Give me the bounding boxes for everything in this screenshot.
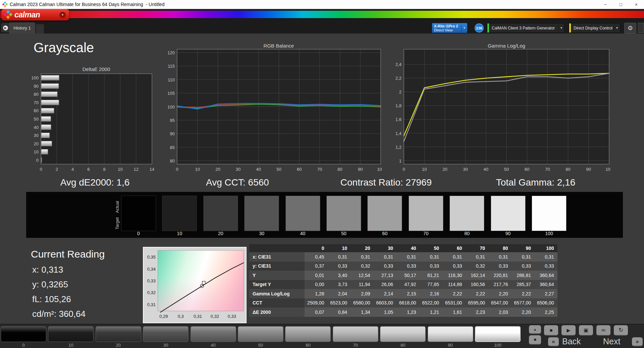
pattern-level-label-0: 0 xyxy=(1,343,46,348)
svg-text:8: 8 xyxy=(103,167,106,172)
pattern-generator-label: CalMAN Client 3 Pattern Generator xyxy=(489,26,558,30)
capture-button[interactable]: ▣ xyxy=(579,325,593,336)
side-panel-toggle[interactable] xyxy=(638,23,644,33)
svg-text:90: 90 xyxy=(34,84,39,89)
deltae-svg: 024681012141009080706050403020100 xyxy=(30,71,154,172)
chevrons-left-icon: « xyxy=(552,339,555,345)
table-header-row: 0102030405060708090100 xyxy=(249,244,557,252)
swatch-level-label-10: 10 xyxy=(162,231,197,236)
svg-text:50: 50 xyxy=(276,167,281,172)
svg-text:80: 80 xyxy=(170,158,175,163)
grayscale-swatch-strip: Actual Target 0102030405060708090100 xyxy=(26,192,623,238)
svg-text:0,3: 0,3 xyxy=(178,314,184,319)
continuous-measure-button[interactable]: ∞ xyxy=(596,325,610,336)
pattern-button-50[interactable] xyxy=(238,326,283,342)
svg-text:50: 50 xyxy=(34,117,39,122)
chevron-down-icon: ▼ xyxy=(616,26,619,29)
next-button[interactable]: Next xyxy=(603,337,620,346)
table-cell: 360,64 xyxy=(534,271,557,280)
settings-button[interactable]: ⚙ xyxy=(624,23,636,33)
target-row-label: Target xyxy=(115,210,120,237)
swatch-level-label-80: 80 xyxy=(449,231,484,236)
pattern-button-30[interactable] xyxy=(143,326,189,342)
panel-up-button[interactable]: ▲ xyxy=(529,325,541,334)
reading-x: x: 0,313 xyxy=(32,265,63,275)
svg-text:40: 40 xyxy=(484,167,488,172)
grayscale-swatch-30 xyxy=(244,196,279,231)
table-cell: 116,30 xyxy=(442,271,466,280)
grayscale-swatch-20 xyxy=(203,196,238,231)
meter-dropdown[interactable]: ▼ xyxy=(461,23,467,33)
table-cell: 0,31 xyxy=(442,252,466,262)
svg-text:0: 0 xyxy=(402,167,405,172)
tab-stub[interactable] xyxy=(36,24,44,33)
pattern-generator-dropdown[interactable]: ▼ xyxy=(558,23,564,32)
back-chevron-button[interactable]: « xyxy=(548,337,559,346)
svg-text:70: 70 xyxy=(34,100,39,105)
svg-text:0,33: 0,33 xyxy=(228,314,236,319)
svg-text:10: 10 xyxy=(195,167,200,172)
grayscale-swatch-80 xyxy=(449,196,484,231)
close-button[interactable]: × xyxy=(629,0,644,9)
play-button[interactable]: ▶ xyxy=(561,325,576,336)
workflow-expander-button[interactable]: ▶ xyxy=(1,23,9,32)
table-cell: 6523,00 xyxy=(328,298,351,308)
meter-name: X-Rite i1Pro 2 xyxy=(434,24,461,28)
minimize-button[interactable]: − xyxy=(598,0,613,9)
svg-text:0: 0 xyxy=(176,167,178,172)
pattern-button-0[interactable] xyxy=(1,326,46,342)
meter-device-button[interactable]: X-Rite i1Pro 2 Direct View ▼ xyxy=(432,23,467,33)
pattern-button-80[interactable] xyxy=(380,326,426,342)
expand-arrow-icon: ▶ xyxy=(3,25,8,30)
table-cell: 6522,00 xyxy=(420,298,443,308)
pattern-window-button[interactable]: ■ xyxy=(529,335,541,345)
svg-text:100: 100 xyxy=(31,75,39,80)
svg-text:14: 14 xyxy=(150,167,154,172)
table-cell: 12,54 xyxy=(351,271,374,280)
table-cell: 3,40 xyxy=(328,271,351,280)
meter-mode: Direct View xyxy=(434,28,461,32)
stop-button[interactable]: ■ xyxy=(544,325,558,336)
gear-icon: ⚙ xyxy=(628,24,633,32)
table-cell: 0,32 xyxy=(351,262,374,271)
svg-text:0,34: 0,34 xyxy=(147,267,156,272)
pattern-button-60[interactable] xyxy=(285,326,331,342)
table-cell: 0,31 xyxy=(534,252,557,262)
table-cell: 0,33 xyxy=(374,262,397,271)
table-cell: 2,25 xyxy=(534,307,557,317)
tab-history-1[interactable]: History 1 xyxy=(9,22,35,33)
table-cell: 0,31 xyxy=(374,252,397,262)
reading-cdm2: cd/m²: 360,64 xyxy=(32,309,86,319)
pattern-button-40[interactable] xyxy=(191,326,236,342)
refresh-button[interactable]: ↻ xyxy=(614,325,628,336)
pattern-level-label-90: 90 xyxy=(428,343,473,348)
table-cell: 217,76 xyxy=(488,280,512,289)
svg-text:0: 0 xyxy=(36,158,39,163)
pattern-button-100[interactable] xyxy=(475,326,521,342)
gamma-line-chart: 010203040506070809010011,21,41,61,822,22… xyxy=(390,47,610,175)
pattern-button-20[interactable] xyxy=(96,326,141,342)
table-col-header-20: 20 xyxy=(351,244,374,252)
svg-text:60: 60 xyxy=(34,108,39,113)
display-control-dropdown[interactable]: ▼ xyxy=(614,23,620,32)
window-square-icon: ■ xyxy=(534,337,536,342)
next-chevron-button[interactable]: » xyxy=(632,337,643,346)
maximize-button[interactable]: □ xyxy=(613,0,629,9)
pattern-generator-button[interactable]: CalMAN Client 3 Pattern Generator ▼ xyxy=(487,23,565,33)
page-title: Grayscale xyxy=(34,40,94,55)
calman-logo-button[interactable]: calman ▼ xyxy=(1,9,69,20)
table-cell: 0,01 xyxy=(305,271,328,280)
swatch-level-label-30: 30 xyxy=(244,231,279,236)
reading-fl: fL: 105,26 xyxy=(32,294,71,304)
table-cell: 2,22 xyxy=(512,289,535,298)
pattern-button-10[interactable] xyxy=(48,326,94,342)
display-control-button[interactable]: Direct Display Control ▼ xyxy=(569,23,620,33)
table-cell: 81,21 xyxy=(420,271,443,280)
back-button[interactable]: Back xyxy=(562,337,581,346)
pattern-button-70[interactable] xyxy=(333,326,378,342)
main-menu-dropdown[interactable]: ▼ xyxy=(59,12,66,18)
pattern-button-90[interactable] xyxy=(428,326,473,342)
svg-text:1,2: 1,2 xyxy=(395,145,401,150)
svg-text:0,35: 0,35 xyxy=(147,255,156,260)
table-col-header-0: 0 xyxy=(305,244,328,252)
